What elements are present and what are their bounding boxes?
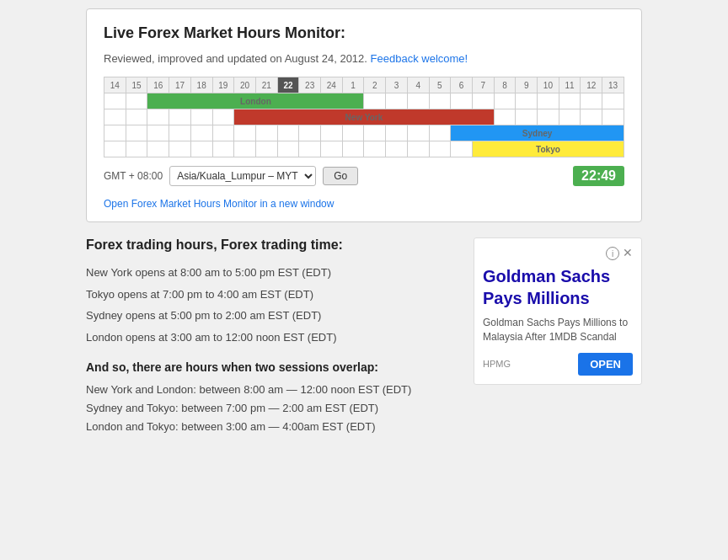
empty-cell	[407, 125, 429, 141]
empty-cell	[190, 141, 212, 157]
empty-cell	[451, 141, 473, 157]
hour-cell: 19	[212, 77, 234, 93]
ad-close-icon[interactable]: ✕	[623, 247, 633, 260]
ad-source: HPMG	[483, 359, 511, 369]
timezone-label: GMT + 08:00	[104, 170, 163, 182]
hour-cell: 10	[538, 77, 559, 93]
empty-cell	[126, 109, 147, 125]
hour-cell: 23	[299, 77, 321, 93]
empty-cell	[429, 93, 451, 109]
timezone-select[interactable]: Asia/Kuala_Lumpur – MYT	[169, 166, 316, 186]
calendar-wrapper: 141516171819202122232412345678910111213L…	[104, 77, 624, 157]
hour-cell: 22	[277, 77, 299, 93]
ad-info-icon[interactable]: i	[606, 247, 619, 260]
empty-cell	[559, 109, 581, 125]
empty-cell	[299, 141, 321, 157]
empty-cell	[277, 125, 299, 141]
empty-cell	[212, 125, 234, 141]
empty-cell	[494, 93, 516, 109]
hour-cell: 20	[234, 77, 256, 93]
empty-cell	[516, 109, 538, 125]
hour-cell: 5	[429, 77, 451, 93]
empty-cell	[255, 141, 277, 157]
empty-cell	[255, 125, 277, 141]
hour-cell: 16	[147, 77, 169, 93]
empty-cell	[538, 93, 559, 109]
go-button[interactable]: Go	[323, 167, 358, 185]
empty-cell	[104, 93, 126, 109]
empty-cell	[581, 93, 602, 109]
london-bar: London	[147, 93, 364, 109]
empty-cell	[407, 141, 429, 157]
ad-header: i ✕	[483, 247, 633, 260]
empty-cell	[364, 125, 386, 141]
ad-box: i ✕ Goldman Sachs Pays Millions Goldman …	[474, 237, 642, 385]
empty-cell	[407, 93, 429, 109]
overlap-item: Sydney and Tokyo: between 7:00 pm — 2:00…	[86, 399, 458, 418]
overlap-title: And so, there are hours when two session…	[86, 360, 458, 374]
empty-cell	[364, 141, 386, 157]
hour-cell: 9	[516, 77, 538, 93]
empty-cell	[169, 125, 191, 141]
empty-cell	[126, 125, 147, 141]
empty-cell	[126, 93, 147, 109]
empty-cell	[386, 141, 408, 157]
empty-cell	[472, 93, 494, 109]
hour-cell: 4	[407, 77, 429, 93]
content-title: Forex trading hours, Forex trading time:	[86, 237, 458, 253]
ad-open-button[interactable]: OPEN	[578, 353, 633, 376]
empty-cell	[169, 141, 191, 157]
empty-cell	[602, 93, 624, 109]
hour-cell: 14	[104, 77, 126, 93]
empty-cell	[429, 141, 451, 157]
empty-cell	[364, 93, 386, 109]
widget-subtitle: Reviewed, improved and updated on August…	[104, 52, 624, 65]
trading-hours: New York opens at 8:00 am to 5:00 pm EST…	[86, 264, 458, 345]
hour-cell: 6	[451, 77, 473, 93]
content-text: Forex trading hours, Forex trading time:…	[86, 237, 458, 436]
hour-cell: 21	[255, 77, 277, 93]
empty-cell	[516, 93, 538, 109]
empty-cell	[169, 109, 191, 125]
overlap-text: New York and London: between 8:00 am — 1…	[86, 381, 458, 436]
hour-cell: 18	[190, 77, 212, 93]
hour-cell: 3	[386, 77, 408, 93]
empty-cell	[581, 109, 602, 125]
feedback-link[interactable]: Feedback welcome!	[371, 52, 468, 65]
empty-cell	[602, 109, 624, 125]
overlap-item: New York and London: between 8:00 am — 1…	[86, 381, 458, 399]
hour-cell: 8	[494, 77, 516, 93]
empty-cell	[321, 141, 343, 157]
ny-bar: New York	[234, 109, 494, 125]
hour-cell: 11	[559, 77, 581, 93]
ny-hours: New York opens at 8:00 am to 5:00 pm EST…	[86, 264, 458, 281]
hour-cell: 2	[364, 77, 386, 93]
empty-cell	[104, 109, 126, 125]
empty-cell	[126, 141, 147, 157]
empty-cell	[234, 125, 256, 141]
sydney-hours: Sydney opens at 5:00 pm to 2:00 am EST (…	[86, 307, 458, 324]
empty-cell	[494, 109, 516, 125]
controls-row: GMT + 08:00 Asia/Kuala_Lumpur – MYT Go 2…	[104, 166, 624, 186]
empty-cell	[147, 141, 169, 157]
ad-body: Goldman Sachs Pays Millions to Malaysia …	[483, 316, 633, 344]
tokyo-bar: Tokyo	[472, 141, 624, 157]
hour-cell: 24	[321, 77, 343, 93]
overlap-item: London and Tokyo: between 3:00 am — 4:00…	[86, 418, 458, 436]
hour-cell: 12	[581, 77, 602, 93]
hour-cell: 13	[602, 77, 624, 93]
empty-cell	[386, 125, 408, 141]
new-window-link[interactable]: Open Forex Market Hours Monitor in a new…	[104, 198, 334, 210]
empty-cell	[190, 125, 212, 141]
empty-cell	[559, 93, 581, 109]
empty-cell	[212, 109, 234, 125]
empty-cell	[104, 141, 126, 157]
london-hours: London opens at 3:00 am to 12:00 noon ES…	[86, 329, 458, 346]
empty-cell	[277, 141, 299, 157]
empty-cell	[104, 125, 126, 141]
hour-cell: 15	[126, 77, 147, 93]
ad-footer: HPMG OPEN	[483, 353, 633, 376]
hour-cell: 1	[342, 77, 364, 93]
hour-cell: 7	[472, 77, 494, 93]
sydney-bar: Sydney	[451, 125, 624, 141]
